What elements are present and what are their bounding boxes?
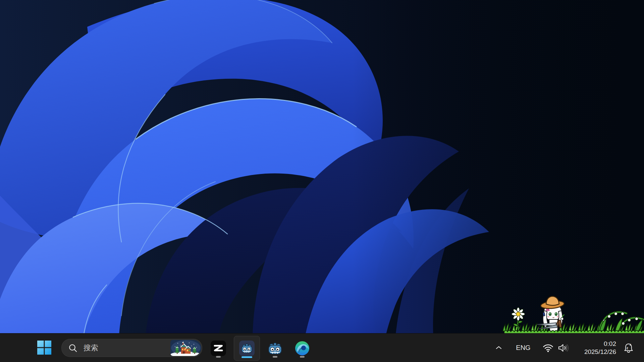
running-indicator — [300, 356, 305, 358]
speaker-icon — [558, 344, 569, 352]
tray-show-hidden-icons-button[interactable] — [490, 339, 508, 356]
capcut-icon — [211, 341, 226, 356]
godot-icon — [239, 341, 255, 356]
search-icon — [68, 344, 77, 353]
taskbar-app-godot-active[interactable] — [234, 336, 260, 361]
tray-volume-button[interactable] — [555, 334, 572, 362]
svg-text:z: z — [630, 343, 631, 346]
taskbar-app-capcut[interactable] — [208, 337, 228, 360]
edge-icon — [294, 341, 310, 356]
clock-date: 2025/12/26 — [584, 348, 616, 356]
screen: ENG 0:02 2025/12/26 — [0, 0, 644, 362]
chevron-up-icon — [495, 346, 502, 350]
godot-icon — [267, 341, 283, 356]
svg-text:z: z — [627, 346, 629, 350]
wifi-icon — [543, 344, 553, 352]
windows-logo-icon — [37, 340, 52, 355]
taskbar-app-edge[interactable] — [292, 337, 312, 360]
active-indicator — [241, 356, 252, 358]
search-bar[interactable] — [61, 339, 202, 357]
running-indicator — [273, 356, 277, 358]
search-highlight-image-christmas[interactable] — [170, 340, 201, 356]
tray-clock[interactable]: 0:02 2025/12/26 — [582, 334, 618, 362]
start-button[interactable] — [33, 336, 56, 359]
bell-do-not-disturb-icon: z z — [623, 342, 635, 354]
running-indicator — [216, 356, 221, 358]
tray-language-indicator[interactable]: ENG — [512, 334, 535, 362]
taskbar: ENG 0:02 2025/12/26 — [0, 333, 644, 362]
taskbar-app-godot[interactable] — [265, 337, 285, 360]
clock-time: 0:02 — [604, 340, 616, 348]
tray-wifi-button[interactable] — [539, 334, 557, 362]
tray-notification-button[interactable]: z z — [620, 334, 637, 362]
